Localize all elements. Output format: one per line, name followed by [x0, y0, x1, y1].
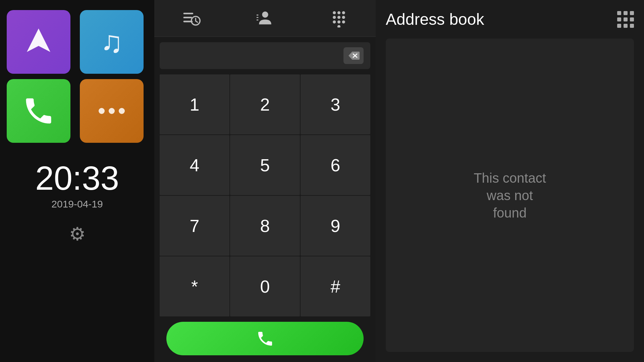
- dial-key-8[interactable]: 8: [230, 196, 300, 256]
- svg-rect-2: [183, 17, 192, 18]
- svg-point-18: [337, 20, 340, 23]
- dialpad-grid: 1 2 3 4 5 6 7 8 9 * 0 #: [160, 74, 370, 316]
- call-button[interactable]: [166, 322, 364, 355]
- svg-point-17: [333, 20, 336, 23]
- svg-point-13: [342, 11, 345, 14]
- app-grid: ♫: [7, 10, 148, 143]
- dialpad-area: 1 2 3 4 5 6 7 8 9 * 0 #: [154, 37, 376, 362]
- address-book-header: Address book: [386, 10, 634, 28]
- recent-calls-icon: [182, 9, 201, 27]
- dial-key-6[interactable]: 6: [301, 135, 370, 195]
- svg-rect-8: [256, 15, 258, 16]
- svg-point-20: [337, 25, 340, 27]
- app-tile-more[interactable]: [80, 79, 144, 143]
- dial-key-7[interactable]: 7: [160, 196, 229, 256]
- svg-point-19: [342, 20, 345, 23]
- svg-rect-9: [256, 17, 258, 18]
- tab-recent-calls[interactable]: [172, 6, 211, 31]
- address-book-title: Address book: [386, 10, 484, 28]
- dial-key-5[interactable]: 5: [230, 135, 300, 195]
- dial-key-hash[interactable]: #: [301, 256, 370, 316]
- svg-rect-10: [256, 19, 258, 20]
- svg-point-12: [337, 11, 340, 14]
- dial-key-1[interactable]: 1: [160, 74, 229, 134]
- dial-key-3[interactable]: 3: [301, 74, 370, 134]
- svg-line-6: [196, 21, 198, 22]
- date-display: 2019-04-19: [35, 198, 119, 210]
- tab-bar: [154, 0, 376, 37]
- call-icon: [256, 329, 274, 348]
- right-panel: Address book This contactwas notfound: [376, 0, 644, 362]
- grid-view-icon[interactable]: [617, 11, 634, 28]
- navigation-icon: [22, 25, 55, 59]
- app-tile-phone[interactable]: [7, 79, 70, 143]
- input-row: [160, 42, 370, 69]
- center-panel: 1 2 3 4 5 6 7 8 9 * 0 #: [154, 0, 376, 362]
- tab-contacts[interactable]: [246, 6, 284, 31]
- dialpad-icon: [330, 9, 348, 27]
- more-dots-icon: [99, 108, 125, 114]
- tab-dialpad[interactable]: [320, 6, 358, 31]
- dial-key-star[interactable]: *: [160, 256, 229, 316]
- left-panel: ♫ 20:33 2019-04-19 ⚙: [0, 0, 154, 362]
- app-tile-navigation[interactable]: [7, 10, 70, 74]
- svg-point-7: [262, 11, 268, 17]
- dial-key-4[interactable]: 4: [160, 135, 229, 195]
- svg-rect-1: [183, 13, 193, 14]
- app-tile-music[interactable]: ♫: [80, 10, 144, 74]
- time-display: 20:33 2019-04-19: [35, 160, 119, 210]
- svg-point-11: [333, 11, 336, 14]
- dial-key-9[interactable]: 9: [301, 196, 370, 256]
- svg-point-16: [342, 16, 345, 19]
- clock: 20:33: [35, 160, 119, 196]
- dial-key-2[interactable]: 2: [230, 74, 300, 134]
- address-book-content: This contactwas notfound: [386, 39, 634, 352]
- dial-key-0[interactable]: 0: [230, 256, 300, 316]
- svg-marker-0: [27, 28, 50, 52]
- backspace-icon: [348, 51, 360, 60]
- svg-point-15: [337, 16, 340, 19]
- phone-icon: [22, 94, 55, 128]
- contacts-icon: [256, 9, 274, 27]
- contact-not-found-message: This contactwas notfound: [474, 169, 546, 222]
- settings-icon[interactable]: ⚙: [69, 223, 86, 245]
- backspace-button[interactable]: [343, 47, 364, 64]
- svg-point-14: [333, 16, 336, 19]
- music-icon: ♫: [100, 25, 123, 59]
